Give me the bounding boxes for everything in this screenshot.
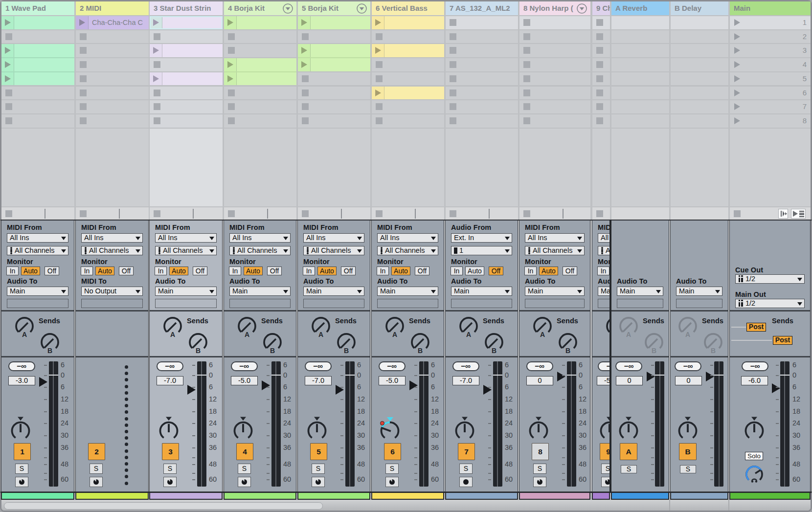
svg-text:B: B bbox=[492, 347, 496, 355]
svg-text:B: B bbox=[344, 347, 349, 355]
svg-text:A: A bbox=[170, 331, 175, 338]
svg-text:B: B bbox=[418, 347, 423, 355]
svg-text:A: A bbox=[245, 331, 249, 338]
svg-text:B: B bbox=[652, 347, 656, 355]
svg-text:A: A bbox=[392, 331, 397, 338]
svg-text:A: A bbox=[540, 331, 545, 338]
svg-text:B: B bbox=[565, 347, 570, 355]
svg-text:B: B bbox=[47, 347, 52, 355]
svg-text:A: A bbox=[318, 331, 323, 338]
svg-text:A: A bbox=[626, 331, 631, 338]
svg-text:A: A bbox=[22, 331, 27, 338]
svg-text:B: B bbox=[196, 347, 201, 355]
svg-text:A: A bbox=[466, 331, 471, 338]
svg-text:A: A bbox=[685, 331, 690, 338]
svg-text:B: B bbox=[270, 347, 275, 355]
svg-text:B: B bbox=[711, 347, 716, 355]
